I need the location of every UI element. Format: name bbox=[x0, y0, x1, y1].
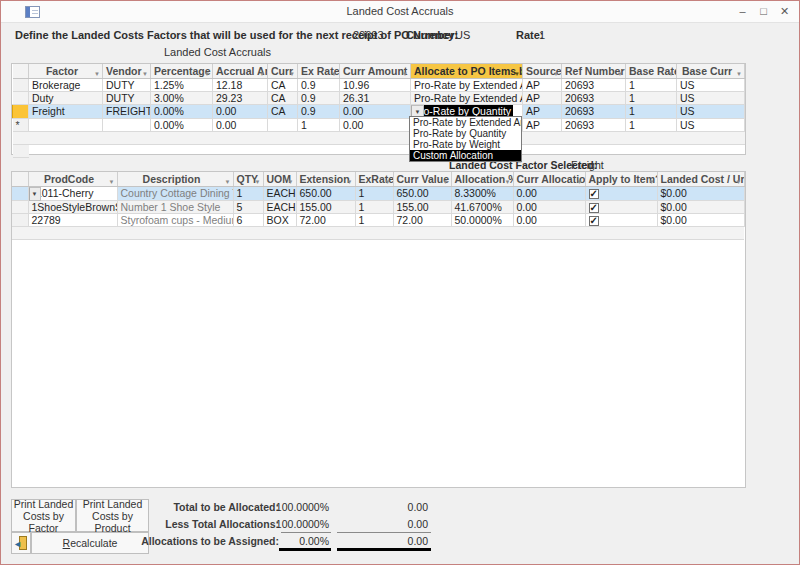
col-header-base-rate[interactable]: Base Rate▼ bbox=[626, 64, 677, 78]
cell-exrate[interactable]: 1 bbox=[355, 200, 393, 213]
cell-allocation-pct[interactable]: 50.0000% bbox=[451, 213, 513, 226]
cell-factor[interactable]: Brokerage bbox=[29, 78, 103, 91]
cell-ex-rate[interactable]: 0.9 bbox=[298, 91, 340, 104]
new-record-selector[interactable]: * bbox=[13, 118, 29, 131]
cell-allocation-pct[interactable]: 41.6700% bbox=[451, 200, 513, 213]
cell-allocate-by[interactable]: Pro-Rate by Extended Amount bbox=[411, 91, 523, 104]
col-header-curr[interactable]: Curr▼ bbox=[268, 64, 298, 78]
col-header-allocation-pct[interactable]: Allocation %▼ bbox=[451, 172, 513, 186]
cell-curr-allocation[interactable]: 0.00 bbox=[513, 200, 585, 213]
col-header-prodcode[interactable]: ProdCode▼ bbox=[28, 172, 117, 186]
checkbox-checked-icon[interactable] bbox=[589, 189, 599, 199]
cell-ex-rate[interactable]: 0.9 bbox=[298, 104, 340, 118]
checkbox-checked-icon[interactable] bbox=[589, 203, 599, 213]
select-all-corner[interactable] bbox=[13, 64, 29, 78]
cell-vendor[interactable]: DUTY bbox=[103, 78, 151, 91]
cell-curr-allocation[interactable]: 0.00 bbox=[513, 186, 585, 200]
cell-source[interactable]: AP bbox=[523, 118, 562, 131]
col-header-percentage[interactable]: Percentage▼ bbox=[151, 64, 213, 78]
cell-curr-amount[interactable]: 10.96 bbox=[340, 78, 411, 91]
cell-allocate-by[interactable]: Pro-Rate by Extended Amount bbox=[411, 78, 523, 91]
col-header-qty[interactable]: QTY▼ bbox=[233, 172, 263, 186]
prodcode-combobox[interactable]: I-1011-Cherry ▼ bbox=[29, 187, 117, 200]
col-header-base-curr[interactable]: Base Curr▼ bbox=[677, 64, 745, 78]
close-icon[interactable]: ✕ bbox=[774, 3, 795, 20]
col-header-source[interactable]: Source▼ bbox=[523, 64, 562, 78]
cell-ref-number[interactable]: 20693 bbox=[562, 104, 626, 118]
cell-uom[interactable]: BOX bbox=[263, 213, 296, 226]
maximize-icon[interactable]: □ bbox=[753, 3, 774, 20]
row-selector[interactable] bbox=[13, 78, 29, 91]
col-header-landed-cost-unit[interactable]: Landed Cost / Unit▼ bbox=[657, 172, 744, 186]
cell-qty[interactable]: 5 bbox=[233, 200, 263, 213]
cell-curr-amount[interactable]: 0.00 bbox=[340, 104, 411, 118]
cell-exrate[interactable]: 1 bbox=[355, 213, 393, 226]
col-header-vendor[interactable]: Vendor▼ bbox=[103, 64, 151, 78]
cell-prodcode[interactable]: 1ShoeStyleBrownS bbox=[28, 200, 117, 213]
col-header-allocate-to-po-items-by[interactable]: Allocate to PO Items by▼ bbox=[411, 64, 523, 78]
col-header-factor[interactable]: Factor▼ bbox=[29, 64, 103, 78]
cell-landed-cost-unit[interactable]: $0.00 bbox=[657, 200, 744, 213]
cell-percentage[interactable]: 1.25% bbox=[151, 78, 213, 91]
col-header-exrate[interactable]: ExRate▼ bbox=[355, 172, 393, 186]
combo-dropdown-icon[interactable]: ▼ bbox=[29, 187, 41, 201]
cell-curr[interactable] bbox=[268, 118, 298, 131]
cell-landed-cost-unit[interactable]: $0.00 bbox=[657, 186, 744, 200]
cell-uom[interactable]: EACH bbox=[263, 186, 296, 200]
cell-base-curr[interactable]: US bbox=[677, 104, 745, 118]
cell-uom[interactable]: EACH bbox=[263, 200, 296, 213]
currency-value[interactable]: US bbox=[455, 29, 470, 41]
checkbox-checked-icon[interactable] bbox=[589, 216, 599, 226]
cell-extension[interactable]: 155.00 bbox=[296, 200, 355, 213]
cell-curr-allocation[interactable]: 0.00 bbox=[513, 213, 585, 226]
close-form-button[interactable]: ◄ bbox=[11, 532, 31, 554]
cell-base-rate[interactable]: 1 bbox=[626, 104, 677, 118]
cell-accrual-amt[interactable]: 29.23 bbox=[213, 91, 268, 104]
cell-ref-number[interactable]: 20693 bbox=[562, 78, 626, 91]
cell-description[interactable]: Styrofoam cups - Medium bbox=[117, 213, 233, 226]
cell-landed-cost-unit[interactable]: $0.00 bbox=[657, 213, 744, 226]
cell-vendor[interactable]: DUTY bbox=[103, 91, 151, 104]
cell-base-curr[interactable]: US bbox=[677, 118, 745, 131]
dropdown-option[interactable]: Pro-Rate by Quantity bbox=[410, 128, 521, 139]
cell-exrate[interactable]: 1 bbox=[355, 186, 393, 200]
cell-base-curr[interactable]: US bbox=[677, 91, 745, 104]
select-all-corner[interactable] bbox=[12, 172, 28, 186]
col-header-uom[interactable]: UOM▼ bbox=[263, 172, 296, 186]
row-selector[interactable] bbox=[13, 91, 29, 104]
dropdown-option[interactable]: Pro-Rate by Extended Amount bbox=[410, 117, 521, 128]
cell-curr-value[interactable]: 72.00 bbox=[393, 213, 451, 226]
col-header-ex-rate[interactable]: Ex Rate▼ bbox=[298, 64, 340, 78]
cell-ex-rate[interactable]: 0.9 bbox=[298, 78, 340, 91]
cell-curr-value[interactable]: 155.00 bbox=[393, 200, 451, 213]
row-selector[interactable] bbox=[12, 186, 28, 200]
cell-percentage[interactable]: 0.00% bbox=[151, 118, 213, 131]
col-header-curr-value[interactable]: Curr Value▼ bbox=[393, 172, 451, 186]
cell-ref-number[interactable]: 20693 bbox=[562, 118, 626, 131]
cell-qty[interactable]: 1 bbox=[233, 186, 263, 200]
cell-ref-number[interactable]: 20693 bbox=[562, 91, 626, 104]
row-selector[interactable] bbox=[12, 200, 28, 213]
cell-allocation-pct[interactable]: 8.3300% bbox=[451, 186, 513, 200]
print-landed-costs-by-factor-button[interactable]: Print Landed Costs by Factor bbox=[11, 499, 76, 532]
cell-vendor[interactable] bbox=[103, 118, 151, 131]
cell-accrual-amt[interactable]: 0.00 bbox=[213, 118, 268, 131]
cell-extension[interactable]: 72.00 bbox=[296, 213, 355, 226]
cell-percentage[interactable]: 0.00% bbox=[151, 104, 213, 118]
cell-vendor[interactable]: FREIGHT bbox=[103, 104, 151, 118]
cell-base-rate[interactable]: 1 bbox=[626, 118, 677, 131]
cell-factor[interactable]: Duty bbox=[29, 91, 103, 104]
cell-source[interactable]: AP bbox=[523, 91, 562, 104]
col-header-curr-amount[interactable]: Curr Amount▼ bbox=[340, 64, 411, 78]
cell-prodcode[interactable]: 22789 bbox=[28, 213, 117, 226]
cell-curr[interactable]: CA bbox=[268, 104, 298, 118]
cell-curr-value[interactable]: 650.00 bbox=[393, 186, 451, 200]
rate-value[interactable]: 1 bbox=[539, 29, 545, 41]
row-selector[interactable] bbox=[12, 213, 28, 226]
minimize-icon[interactable]: – bbox=[732, 3, 753, 20]
cell-source[interactable]: AP bbox=[523, 104, 562, 118]
col-header-extension[interactable]: Extension▼ bbox=[296, 172, 355, 186]
cell-curr[interactable]: CA bbox=[268, 78, 298, 91]
cell-base-rate[interactable]: 1 bbox=[626, 78, 677, 91]
col-header-accrual-amt[interactable]: Accrual Amt▼ bbox=[213, 64, 268, 78]
